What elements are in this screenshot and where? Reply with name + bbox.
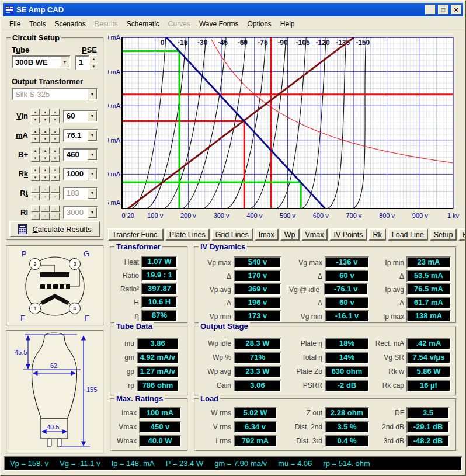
chevron-down-icon[interactable]: ▼: [88, 169, 97, 179]
spinner[interactable]: [51, 109, 60, 123]
chevron-down-icon[interactable]: ▼: [88, 89, 97, 99]
svg-text:600 v: 600 v: [313, 212, 329, 219]
spinner[interactable]: [31, 166, 40, 181]
menu-help[interactable]: Help: [277, 19, 298, 29]
spinner[interactable]: [31, 147, 40, 162]
stat-value: 19.9 : 1: [141, 269, 178, 282]
stat-label: Δ: [287, 272, 322, 280]
spinner: [51, 205, 60, 220]
stat-label: Dist. 2nd: [287, 423, 322, 431]
bplus-row: B+ 460▼: [11, 147, 98, 162]
stat-label: mu: [111, 339, 134, 348]
menu-scenarios[interactable]: Scenarios: [51, 19, 89, 29]
panel-title: Load: [199, 394, 220, 403]
svg-text:200 v: 200 v: [180, 212, 196, 219]
stat-value: 14%: [325, 352, 369, 364]
svg-text:-30: -30: [197, 39, 208, 47]
spinner[interactable]: [31, 109, 40, 123]
svg-text:-75: -75: [258, 39, 268, 47]
vin-label: Vin: [11, 112, 28, 120]
spinner[interactable]: [41, 147, 50, 162]
spinner[interactable]: [51, 166, 60, 181]
stat-label: PSRR: [287, 381, 322, 390]
maximize-button[interactable]: □: [438, 5, 448, 15]
stat-value: 87%: [141, 310, 178, 322]
stat-label: Ip avg: [370, 286, 404, 294]
max-ratings-panel: Max. Ratings Imax100 mA Vmax450 v Wmax40…: [110, 398, 188, 451]
wp-button[interactable]: Wp: [280, 228, 300, 241]
spinner: [41, 186, 50, 200]
svg-text:120 mA: 120 mA: [108, 68, 121, 75]
spinner[interactable]: [51, 128, 60, 143]
calculate-results-button[interactable]: Calculate Results: [9, 221, 100, 237]
output-transformer-select[interactable]: Silk S-325 ▼: [12, 88, 98, 100]
rt-label: Rt: [11, 189, 28, 197]
svg-text:5 mA: 5 mA: [108, 199, 121, 206]
vin-select[interactable]: 60▼: [63, 110, 98, 123]
menu-file[interactable]: File: [6, 19, 24, 29]
stat-label: 2nd dB: [370, 423, 404, 431]
rk-row: Rk 1000▼: [11, 166, 98, 181]
stat-label: Vg SR: [370, 353, 404, 362]
menu-schematic[interactable]: Schematic: [123, 19, 163, 29]
stat-label: 3rd dB: [370, 437, 404, 445]
plate-lines-button[interactable]: Plate Lines: [165, 228, 210, 241]
stat-value: -16.1 v: [325, 310, 369, 322]
svg-text:300 v: 300 v: [214, 212, 229, 219]
ma-select[interactable]: 76.1▼: [63, 129, 98, 142]
stat-value: 53.5 mA: [406, 270, 451, 282]
iv-points-button[interactable]: IV Points: [329, 228, 367, 241]
svg-text:-60: -60: [238, 39, 248, 47]
stat-label: Vg min: [287, 312, 322, 321]
pse-field[interactable]: 1: [75, 55, 89, 70]
title-bar[interactable]: SE Amp CAD _ □ ×: [3, 3, 463, 16]
spinner[interactable]: [41, 109, 50, 123]
chevron-down-icon[interactable]: ▼: [88, 130, 97, 141]
bmp-button[interactable]: BMP: [458, 228, 466, 241]
stat-label: Rk cap: [370, 381, 404, 390]
setup-button[interactable]: Setup: [430, 228, 457, 241]
chevron-down-icon[interactable]: ▼: [60, 57, 69, 67]
rk-button[interactable]: Rk: [368, 228, 385, 241]
minimize-button[interactable]: _: [425, 5, 436, 15]
status-vg: Vg = -11.1 v: [60, 459, 100, 468]
close-button[interactable]: ×: [451, 5, 461, 15]
stat-value: 76.5 mA: [406, 283, 451, 296]
stat-value: 786 ohm: [137, 380, 179, 392]
bplus-select[interactable]: 460▼: [63, 148, 98, 161]
stat-label: Vp max: [197, 259, 231, 267]
stat-label: Plate Zo: [287, 367, 322, 376]
grid-lines-button[interactable]: Grid Lines: [211, 228, 253, 241]
stat-value: -48.2 dB: [406, 435, 450, 447]
stat-label: Plate η: [287, 339, 322, 348]
iv-dynamics-panel: IV Dynamics Vp max540 v Δ170 v Vp avg369…: [194, 246, 457, 324]
chevron-down-icon[interactable]: ▼: [88, 150, 97, 160]
tube-pinout-drawing: 2 3 1 4 P G F F: [7, 246, 103, 325]
spinner[interactable]: [41, 166, 50, 181]
spinner[interactable]: [31, 128, 40, 143]
stat-value: 1.07 W: [141, 256, 178, 268]
imax-button[interactable]: Imax: [255, 228, 279, 241]
tube-select[interactable]: 300B WE ▼: [12, 55, 71, 68]
spinner[interactable]: [41, 128, 50, 143]
svg-text:-45: -45: [218, 39, 228, 47]
plate-curves-chart: 0-15-30-45-60-75-90-105-120-135-150150 m…: [108, 34, 463, 227]
transformer-panel: Transformer Heat1.07 W Ratio19.9 : 1 Rat…: [110, 246, 188, 324]
chevron-down-icon[interactable]: ▼: [88, 111, 97, 121]
tube-outline-drawing: 45.5 62 155 40.5: [7, 331, 103, 453]
pse-spinner[interactable]: [89, 55, 98, 70]
transfer-func-button[interactable]: Transfer Func.: [108, 228, 164, 241]
stat-label: Gain: [197, 381, 231, 390]
load-line-button[interactable]: Load Line: [388, 228, 428, 241]
spinner[interactable]: [51, 147, 60, 162]
ma-label: mA: [11, 131, 28, 140]
menu-tools[interactable]: Tools: [26, 19, 49, 29]
vmax-button[interactable]: Vmax: [301, 228, 328, 241]
spinner: [31, 205, 40, 220]
electrode-letter: F: [85, 314, 89, 322]
menu-options[interactable]: Options: [244, 19, 274, 29]
panel-title: Tube Data: [114, 322, 154, 331]
menu-wave-forms[interactable]: Wave Forms: [196, 19, 242, 29]
stat-value: 3.86: [137, 338, 179, 350]
rk-select[interactable]: 1000▼: [63, 168, 98, 180]
